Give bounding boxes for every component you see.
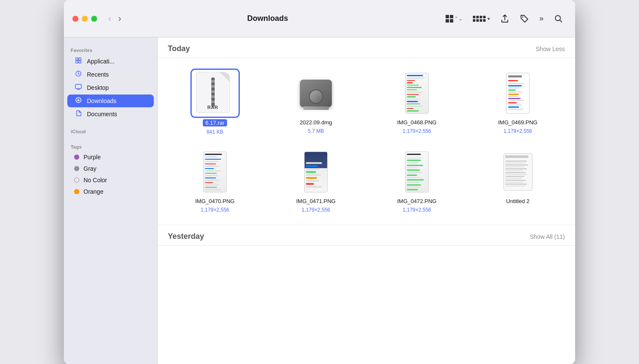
file-name-img471: IMG_0471.PNG <box>296 198 336 204</box>
img470-thumb <box>192 149 239 195</box>
show-all-button[interactable]: Show All (11) <box>530 233 565 240</box>
file-name-img469: IMG_0469.PNG <box>498 119 538 126</box>
file-meta-img468: 1,179×2,556 <box>403 128 431 134</box>
tag-icon <box>520 14 529 23</box>
dmg-thumb <box>293 70 340 117</box>
file-item-img470[interactable]: IMG_0470.PNG 1,179×2,556 <box>168 145 262 216</box>
sidebar: Favorites Applicati... Recents Desktop <box>64 37 158 364</box>
file-item-untitled2[interactable]: Untitled 2 <box>471 145 565 216</box>
sidebar-item-label: Documents <box>87 111 117 118</box>
toolbar-actions: ⌃⌄ ▾ <box>442 11 567 26</box>
yesterday-section: Yesterday Show All (11) <box>158 225 575 246</box>
sidebar-tag-label: Orange <box>83 188 104 195</box>
svg-rect-3 <box>75 84 81 89</box>
orange-dot <box>74 189 79 194</box>
file-name-untitled2: Untitled 2 <box>506 198 530 204</box>
downloads-icon <box>74 97 83 105</box>
today-title: Today <box>168 44 190 53</box>
sidebar-item-label: Desktop <box>87 84 109 91</box>
dropdown-chevron-icon: ▾ <box>487 16 490 22</box>
sidebar-tag-purple[interactable]: Purple <box>67 152 154 163</box>
grouped-grid-icon <box>473 16 486 22</box>
share-icon <box>500 14 509 23</box>
search-icon <box>554 14 563 23</box>
sidebar-item-recents[interactable]: Recents <box>67 68 154 81</box>
file-item-dmg[interactable]: 2022.09.dmg 5.7 MB <box>269 66 363 138</box>
sidebar-item-documents[interactable]: Documents <box>67 108 154 120</box>
file-name-rar: 6.17.rar <box>203 119 227 126</box>
sidebar-tag-gray[interactable]: Gray <box>67 163 154 174</box>
traffic-lights <box>72 16 97 22</box>
maximize-button[interactable] <box>91 16 97 22</box>
file-meta-img472: 1,179×2,556 <box>403 207 431 213</box>
file-name-img472: IMG_0472.PNG <box>397 198 437 204</box>
phone-screenshot-3-icon <box>304 152 328 192</box>
main-content: Favorites Applicati... Recents Desktop <box>64 37 575 364</box>
file-meta-dmg: 5.7 MB <box>308 128 324 134</box>
files-grid: RAR 6.17.rar 841 KB <box>158 58 575 225</box>
img468-thumb <box>394 70 440 117</box>
more-button[interactable]: » <box>536 11 547 26</box>
file-item-img472[interactable]: IMG_0472.PNG 1,179×2,556 <box>370 145 464 216</box>
icloud-label: iCloud <box>64 126 157 136</box>
chevron-updown-icon: ⌃⌄ <box>454 16 463 22</box>
close-button[interactable] <box>72 16 78 22</box>
minimize-button[interactable] <box>82 16 88 22</box>
tag-button[interactable] <box>516 11 532 26</box>
file-item-rar[interactable]: RAR 6.17.rar 841 KB <box>168 66 262 138</box>
file-item-img468[interactable]: IMG_0468.PNG 1,179×2,556 <box>370 66 464 138</box>
file-meta-rar: 841 KB <box>207 129 223 135</box>
file-item-img471[interactable]: IMG_0471.PNG 1,179×2,556 <box>269 145 363 216</box>
sidebar-item-label: Applicati... <box>87 58 115 65</box>
file-meta-img471: 1,179×2,556 <box>302 207 330 213</box>
show-less-button[interactable]: Show Less <box>536 46 565 52</box>
grid-icon <box>446 15 453 23</box>
phone-screenshot-2-icon <box>203 152 227 192</box>
tags-label: Tags <box>64 141 157 151</box>
yesterday-title: Yesterday <box>168 232 204 241</box>
documents-icon <box>74 110 83 118</box>
toolbar-title: Downloads <box>98 14 437 23</box>
search-button[interactable] <box>550 11 567 26</box>
phone-screenshot-4-icon <box>405 152 429 192</box>
rar-file-icon: RAR <box>196 72 234 115</box>
finder-window: ‹ › Downloads ⌃⌄ <box>64 0 575 364</box>
favorites-label: Favorites <box>64 44 157 54</box>
doc-screenshot-icon <box>506 73 530 114</box>
desktop-icon <box>74 83 83 92</box>
grid-view-button[interactable]: ⌃⌄ <box>442 12 466 25</box>
dmg-file-icon <box>297 74 335 112</box>
file-name-img470: IMG_0470.PNG <box>195 198 235 204</box>
applications-icon <box>74 57 83 66</box>
sidebar-item-label: Recents <box>87 71 109 78</box>
file-meta-img470: 1,179×2,556 <box>201 207 229 213</box>
purple-dot <box>74 155 79 160</box>
sidebar-tag-orange[interactable]: Orange <box>67 186 154 197</box>
file-area: Today Show Less RAR 6.17.rar <box>158 37 575 364</box>
share-button[interactable] <box>497 11 513 26</box>
untitled-doc-icon <box>504 153 532 191</box>
sidebar-tag-no-color[interactable]: No Color <box>67 175 154 186</box>
sidebar-tag-label: Purple <box>83 154 101 161</box>
file-name-dmg: 2022.09.dmg <box>300 119 332 126</box>
img469-thumb <box>495 70 541 117</box>
sidebar-item-desktop[interactable]: Desktop <box>67 81 154 94</box>
sidebar-item-downloads[interactable]: Downloads <box>67 95 154 107</box>
file-name-img468: IMG_0468.PNG <box>397 119 437 126</box>
no-color-dot <box>74 178 79 183</box>
untitled2-thumb <box>495 149 541 195</box>
sidebar-tag-label: No Color <box>83 177 107 183</box>
svg-point-0 <box>522 16 523 17</box>
file-meta-img469: 1,179×2,556 <box>504 128 532 134</box>
recents-icon <box>74 70 83 79</box>
sidebar-tag-label: Gray <box>83 165 96 172</box>
sidebar-item-applications[interactable]: Applicati... <box>67 55 154 68</box>
img471-thumb <box>293 149 340 195</box>
img472-thumb <box>394 149 440 195</box>
grouped-view-button[interactable]: ▾ <box>469 13 493 24</box>
gray-dot <box>74 166 79 171</box>
yesterday-section-header: Yesterday Show All (11) <box>158 225 575 246</box>
file-item-img469[interactable]: IMG_0469.PNG 1,179×2,556 <box>471 66 565 138</box>
toolbar: ‹ › Downloads ⌃⌄ <box>64 0 575 37</box>
today-section-header: Today Show Less <box>158 37 575 58</box>
